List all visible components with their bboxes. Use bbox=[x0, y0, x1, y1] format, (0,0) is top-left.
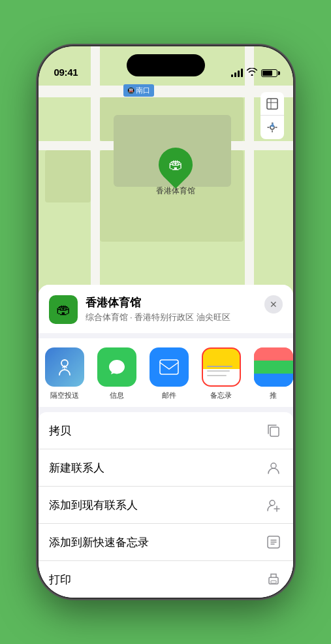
copy-icon bbox=[264, 421, 283, 440]
place-header: 🏟 香港体育馆 综合体育馆 · 香港特别行政区 油尖旺区 ✕ bbox=[39, 285, 293, 333]
status-icons bbox=[231, 68, 277, 78]
new-contact-icon bbox=[264, 459, 283, 477]
location-pin: 🏟 香港体育馆 bbox=[156, 148, 195, 197]
signal-bar-2 bbox=[234, 72, 236, 77]
svg-rect-0 bbox=[267, 99, 277, 109]
action-add-notes-label: 添加到新快速备忘录 bbox=[49, 535, 149, 550]
wifi-icon bbox=[247, 68, 257, 78]
signal-bar-3 bbox=[238, 71, 240, 77]
message-label: 信息 bbox=[110, 391, 124, 400]
share-row: 隔空投送 信息 bbox=[39, 338, 293, 407]
map-block3 bbox=[45, 150, 91, 202]
action-copy[interactable]: 拷贝 bbox=[39, 412, 293, 449]
phone-frame: 09:41 bbox=[39, 46, 293, 598]
more-icon bbox=[254, 347, 293, 387]
svg-rect-14 bbox=[271, 581, 276, 583]
add-notes-icon bbox=[264, 533, 283, 551]
airdrop-icon bbox=[45, 347, 84, 387]
bottom-sheet: 🏟 香港体育馆 综合体育馆 · 香港特别行政区 油尖旺区 ✕ bbox=[39, 285, 293, 598]
action-copy-label: 拷贝 bbox=[49, 423, 71, 438]
notes-lines bbox=[203, 354, 240, 380]
action-add-notes[interactable]: 添加到新快速备忘录 bbox=[39, 524, 293, 561]
notes-label: 备忘录 bbox=[210, 391, 232, 400]
airdrop-label: 隔空投送 bbox=[50, 391, 79, 400]
dynamic-island bbox=[127, 54, 205, 76]
pin-circle: 🏟 bbox=[151, 140, 200, 189]
share-more[interactable]: 推 bbox=[247, 347, 293, 400]
notes-icon bbox=[202, 347, 241, 387]
action-print[interactable]: 打印 bbox=[39, 561, 293, 598]
message-icon bbox=[97, 347, 136, 387]
more-label: 推 bbox=[270, 391, 277, 400]
action-print-label: 打印 bbox=[49, 572, 71, 587]
share-airdrop[interactable]: 隔空投送 bbox=[39, 347, 91, 400]
battery-icon bbox=[261, 69, 277, 77]
close-button[interactable]: ✕ bbox=[264, 295, 283, 314]
mail-label: 邮件 bbox=[162, 391, 176, 400]
location-button[interactable] bbox=[260, 116, 284, 139]
signal-bars-icon bbox=[231, 69, 243, 77]
map-area[interactable]: 🚇 南口 🏟 香港体育馆 bbox=[39, 46, 293, 321]
svg-point-5 bbox=[271, 463, 276, 468]
svg-rect-3 bbox=[160, 360, 178, 374]
action-add-existing-label: 添加到现有联系人 bbox=[49, 498, 138, 513]
phone-screen: 09:41 bbox=[39, 46, 293, 598]
print-icon bbox=[264, 570, 283, 588]
place-info: 香港体育馆 综合体育馆 · 香港特别行政区 油尖旺区 bbox=[86, 295, 257, 323]
action-new-contact-label: 新建联系人 bbox=[49, 460, 104, 475]
map-controls bbox=[260, 92, 284, 139]
action-new-contact[interactable]: 新建联系人 bbox=[39, 449, 293, 487]
map-road-h1 bbox=[39, 86, 293, 97]
map-road-v2 bbox=[245, 46, 254, 321]
share-message[interactable]: 信息 bbox=[91, 347, 143, 400]
pin-inner-icon: 🏟 bbox=[168, 156, 183, 173]
svg-point-6 bbox=[270, 500, 275, 506]
map-label: 🚇 南口 bbox=[123, 84, 154, 97]
status-time: 09:41 bbox=[54, 67, 78, 78]
map-road-v1 bbox=[91, 46, 100, 321]
svg-rect-4 bbox=[270, 427, 279, 436]
add-existing-icon bbox=[264, 496, 283, 514]
share-notes[interactable]: 备忘录 bbox=[195, 347, 247, 400]
action-add-existing[interactable]: 添加到现有联系人 bbox=[39, 487, 293, 524]
place-description: 综合体育馆 · 香港特别行政区 油尖旺区 bbox=[86, 312, 257, 323]
action-list: 拷贝 新建联系人 bbox=[39, 412, 293, 598]
signal-bar-4 bbox=[241, 69, 243, 77]
place-name: 香港体育馆 bbox=[86, 295, 257, 310]
share-mail[interactable]: 邮件 bbox=[143, 347, 195, 400]
map-type-button[interactable] bbox=[260, 92, 284, 116]
mail-icon bbox=[150, 347, 189, 387]
place-icon: 🏟 bbox=[49, 295, 78, 324]
signal-bar-1 bbox=[231, 74, 233, 77]
